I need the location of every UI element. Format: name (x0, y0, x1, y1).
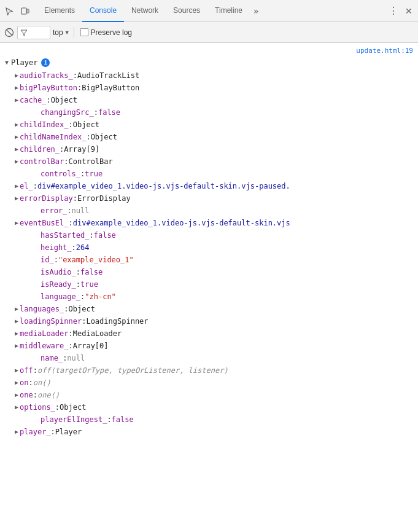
filter-input-area[interactable] (17, 26, 50, 39)
context-selector[interactable]: top ▼ (53, 28, 70, 37)
filter-icon (20, 29, 28, 36)
prop-row[interactable]: changingSrc_: false (0, 106, 418, 119)
prop-value: Object (73, 119, 99, 130)
expand-triangle[interactable] (15, 316, 18, 327)
expand-triangle[interactable] (15, 377, 18, 388)
prop-colon: : (89, 230, 93, 241)
prop-colon: : (28, 377, 33, 388)
prop-colon: : (54, 254, 58, 265)
prop-colon: : (51, 426, 55, 437)
tab-network[interactable]: Network (124, 0, 166, 22)
expand-triangle[interactable] (15, 389, 18, 401)
expand-triangle[interactable] (15, 70, 18, 81)
prop-row[interactable]: audioTracks_: AudioTrackList (0, 69, 418, 82)
prop-key: middleware_ (20, 340, 68, 351)
preserve-log-label[interactable]: Preserve log (91, 28, 132, 37)
prop-key: changingSrc_ (41, 107, 94, 118)
expand-triangle[interactable] (15, 181, 18, 192)
prop-value: one() (37, 389, 60, 401)
prop-row[interactable]: middleware_: Array[0] (0, 340, 418, 352)
prop-key: bigPlayButton (20, 82, 77, 93)
prop-row[interactable]: languages_: Object (0, 303, 418, 315)
expand-triangle[interactable] (15, 119, 18, 130)
prop-row[interactable]: childNameIndex_: Object (0, 131, 418, 143)
prop-row[interactable]: loadingSpinner: LoadingSpinner (0, 315, 418, 327)
prop-value: div#example_video_1.video-js.vjs-default… (37, 181, 290, 192)
prop-row[interactable]: controls_: true (0, 168, 418, 180)
expand-triangle[interactable] (15, 156, 18, 167)
preserve-log-checkbox[interactable] (80, 28, 88, 36)
prop-row[interactable]: isAudio_: false (0, 266, 418, 278)
prop-row[interactable]: on: on() (0, 377, 418, 389)
prop-value: Object (91, 131, 117, 143)
prop-row[interactable]: id_: "example_video_1" (0, 254, 418, 266)
prop-row[interactable]: off: off(targetOrType, typeOrListener, l… (0, 364, 418, 377)
prop-colon: : (60, 144, 64, 155)
prop-colon: : (69, 328, 73, 339)
top-label: top (53, 28, 63, 37)
expand-triangle[interactable] (15, 303, 18, 315)
tab-console[interactable]: Console (82, 0, 124, 22)
expand-triangle[interactable] (15, 131, 18, 143)
prop-key: id_ (41, 254, 54, 265)
prop-key: audioTracks_ (20, 70, 73, 81)
prop-colon: : (69, 217, 73, 229)
tab-sources[interactable]: Sources (166, 0, 207, 22)
prop-row[interactable]: name_: null (0, 352, 418, 364)
prop-row[interactable]: children_: Array[9] (0, 143, 418, 155)
player-info-badge[interactable]: i (41, 58, 50, 67)
file-reference[interactable]: update.html:19 (0, 45, 418, 56)
close-devtools-icon[interactable]: ✕ (402, 4, 416, 18)
prop-key: eventBusEl_ (20, 217, 68, 229)
prop-value: BigPlayButton (82, 82, 139, 93)
filter-input[interactable] (29, 29, 47, 36)
prop-row[interactable]: bigPlayButton: BigPlayButton (0, 82, 418, 94)
prop-value: null (72, 205, 90, 216)
prop-value: false (112, 414, 134, 425)
prop-row[interactable]: el_: div#example_video_1.video-js.vjs-de… (0, 180, 418, 192)
prop-row[interactable]: playerElIngest_: false (0, 413, 418, 426)
prop-value: Array[0] (73, 340, 109, 351)
prop-row[interactable]: controlBar: ControlBar (0, 155, 418, 168)
prop-row[interactable]: isReady_: true (0, 278, 418, 291)
expand-triangle[interactable] (15, 328, 18, 339)
prop-row[interactable]: mediaLoader: MediaLoader (0, 327, 418, 340)
device-icon[interactable] (18, 4, 32, 18)
prop-row[interactable]: eventBusEl_: div#example_video_1.video-j… (0, 217, 418, 229)
prop-row[interactable]: one: one() (0, 389, 418, 401)
prop-value: div#example_video_1.video-js.vjs-default… (73, 217, 290, 229)
expand-triangle[interactable] (15, 82, 18, 93)
devtools-dots-icon[interactable]: ⋮ (386, 4, 400, 18)
prop-row[interactable]: height_: 264 (0, 241, 418, 254)
cursor-icon[interactable] (2, 4, 16, 18)
tab-timeline[interactable]: Timeline (207, 0, 250, 22)
prop-row[interactable]: childIndex_: Object (0, 119, 418, 131)
prop-row[interactable]: error_: null (0, 205, 418, 217)
player-root-row[interactable]: Player i (0, 56, 418, 69)
prop-row[interactable]: options_: Object (0, 401, 418, 413)
prop-row[interactable]: errorDisplay: ErrorDisplay (0, 192, 418, 205)
prop-key: mediaLoader (20, 328, 68, 339)
expand-triangle[interactable] (15, 365, 18, 376)
expand-triangle[interactable] (15, 340, 18, 351)
prop-row[interactable]: player_: Player (0, 426, 418, 438)
prop-row[interactable]: cache_: Object (0, 94, 418, 106)
expand-triangle[interactable] (15, 217, 18, 229)
expand-triangle[interactable] (15, 402, 18, 413)
prop-key: children_ (20, 144, 60, 155)
more-tabs-button[interactable]: » (250, 6, 262, 16)
expand-triangle[interactable] (15, 193, 18, 204)
player-expand-triangle[interactable] (5, 57, 9, 68)
prop-colon: : (46, 95, 50, 106)
tab-elements[interactable]: Elements (37, 0, 82, 22)
prop-colon: : (76, 267, 80, 278)
expand-triangle[interactable] (15, 426, 18, 437)
prop-colon: : (69, 119, 73, 130)
expand-triangle[interactable] (15, 144, 18, 155)
prop-value: true (85, 168, 103, 179)
expand-triangle[interactable] (15, 95, 18, 106)
prop-row[interactable]: language_: "zh-cn" (0, 291, 418, 303)
prop-value: null (67, 353, 85, 364)
prop-row[interactable]: hasStarted_: false (0, 229, 418, 241)
clear-console-icon[interactable] (4, 27, 15, 38)
